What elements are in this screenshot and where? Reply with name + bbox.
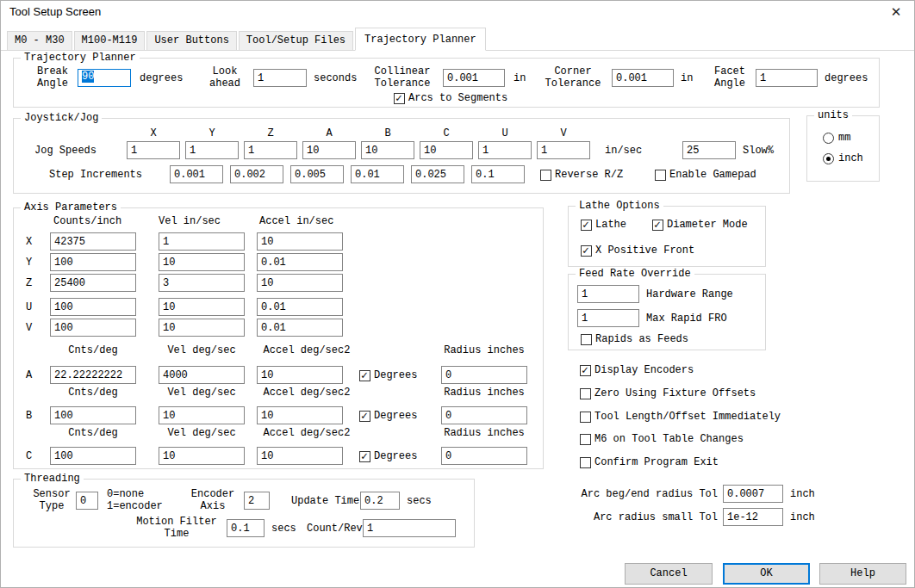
motion-filter-time-input[interactable] bbox=[227, 519, 265, 537]
jog-speed-z-input[interactable] bbox=[244, 141, 297, 159]
jog-speed-y-input[interactable] bbox=[185, 141, 239, 159]
look-ahead-unit: seconds bbox=[314, 72, 357, 84]
reverse-rz-checkbox[interactable]: Reverse R/Z bbox=[540, 169, 623, 181]
u-vel-input[interactable] bbox=[159, 298, 245, 316]
jog-speed-x-input[interactable] bbox=[127, 141, 180, 159]
step-increment-4-input[interactable] bbox=[351, 165, 404, 183]
radio-icon bbox=[823, 153, 834, 164]
tab-m0-m30[interactable]: M0 - M30 bbox=[7, 31, 72, 51]
help-button[interactable]: Help bbox=[819, 563, 906, 585]
v-accel-input[interactable] bbox=[257, 319, 343, 337]
a-cnts-input[interactable] bbox=[50, 366, 136, 384]
axis-b-label: B bbox=[26, 410, 32, 422]
count-rev-input[interactable] bbox=[363, 519, 456, 537]
look-ahead-input[interactable] bbox=[253, 69, 307, 87]
tab-m100-m119[interactable]: M100-M119 bbox=[74, 31, 146, 51]
accel-degsec2-header: Accel deg/sec2 bbox=[257, 387, 357, 399]
display-encoders-checkbox[interactable]: Display Encoders bbox=[580, 364, 694, 376]
encoder-axis-input[interactable] bbox=[244, 492, 270, 510]
units-mm-radio[interactable]: mm bbox=[823, 132, 850, 144]
y-accel-input[interactable] bbox=[257, 253, 343, 271]
break-angle-input[interactable]: 90 bbox=[78, 69, 131, 87]
z-vel-input[interactable] bbox=[159, 274, 245, 292]
b-cnts-input[interactable] bbox=[50, 406, 136, 424]
step-increment-3-input[interactable] bbox=[290, 165, 344, 183]
lathe-options-group: Lathe Options Lathe Diameter Mode X Posi… bbox=[568, 206, 766, 267]
jog-speed-b-input[interactable] bbox=[361, 141, 414, 159]
arcs-to-segments-checkbox[interactable]: Arcs to Segments bbox=[394, 92, 507, 104]
b-accel-input[interactable] bbox=[257, 406, 343, 424]
step-increment-2-input[interactable] bbox=[230, 165, 283, 183]
corner-tolerance-label: Corner Tolerance bbox=[539, 65, 607, 90]
step-increment-1-input[interactable] bbox=[170, 165, 223, 183]
collinear-tolerance-input[interactable] bbox=[443, 69, 505, 87]
confirm-program-exit-checkbox[interactable]: Confirm Program Exit bbox=[580, 456, 719, 468]
c-cnts-input[interactable] bbox=[50, 447, 136, 465]
arc-radius-small-tol-input[interactable] bbox=[723, 508, 783, 526]
x-positive-front-checkbox[interactable]: X Positive Front bbox=[581, 244, 694, 257]
a-accel-input[interactable] bbox=[257, 366, 343, 384]
tab-user-buttons[interactable]: User Buttons bbox=[146, 31, 236, 51]
arc-beg-end-radius-tol-input[interactable] bbox=[723, 485, 783, 503]
b-radius-input[interactable] bbox=[441, 406, 527, 424]
z-accel-input[interactable] bbox=[257, 274, 343, 292]
m6-on-tool-table-changes-checkbox[interactable]: M6 on Tool Table Changes bbox=[580, 433, 744, 445]
sensor-type-input[interactable] bbox=[76, 492, 98, 510]
break-angle-label: Break Angle bbox=[31, 65, 74, 90]
y-vel-input[interactable] bbox=[159, 253, 245, 271]
group-title: Axis Parameters bbox=[21, 201, 121, 214]
step-increment-6-input[interactable] bbox=[471, 165, 525, 183]
v-counts-input[interactable] bbox=[50, 319, 136, 337]
checkbox-label: Display Encoders bbox=[594, 364, 694, 376]
max-rapid-fro-input[interactable] bbox=[577, 309, 639, 327]
corner-tolerance-input[interactable] bbox=[612, 69, 674, 87]
lathe-checkbox[interactable]: Lathe bbox=[581, 219, 626, 231]
y-counts-input[interactable] bbox=[50, 253, 136, 271]
hardware-range-input[interactable] bbox=[577, 285, 639, 303]
x-counts-input[interactable] bbox=[50, 232, 136, 251]
u-accel-input[interactable] bbox=[257, 298, 343, 316]
zero-using-fixture-offsets-checkbox[interactable]: Zero Using Fixture Offsets bbox=[580, 387, 756, 399]
tab-strip: M0 - M30 M100-M119 User Buttons Tool/Set… bbox=[1, 28, 914, 51]
update-time-input[interactable] bbox=[360, 492, 400, 510]
z-counts-input[interactable] bbox=[50, 274, 136, 292]
a-radius-input[interactable] bbox=[441, 366, 527, 384]
slow-percent-input[interactable] bbox=[682, 141, 736, 159]
checkbox-icon bbox=[394, 93, 405, 104]
sensor-type-label: Sensor Type bbox=[29, 488, 74, 512]
c-vel-input[interactable] bbox=[159, 447, 245, 465]
radio-label: inch bbox=[838, 152, 863, 164]
diameter-mode-checkbox[interactable]: Diameter Mode bbox=[652, 219, 748, 231]
b-vel-input[interactable] bbox=[159, 406, 245, 424]
b-degrees-checkbox[interactable]: Degrees bbox=[359, 410, 417, 422]
ok-button[interactable]: OK bbox=[723, 563, 810, 585]
tab-trajectory-planner[interactable]: Trajectory Planner bbox=[355, 28, 486, 51]
x-accel-input[interactable] bbox=[257, 232, 343, 251]
enable-gamepad-checkbox[interactable]: Enable Gamepad bbox=[655, 169, 756, 181]
c-accel-input[interactable] bbox=[257, 447, 343, 465]
facet-angle-input[interactable] bbox=[756, 69, 818, 87]
a-vel-input[interactable] bbox=[159, 366, 245, 384]
facet-angle-label: Facet Angle bbox=[708, 65, 751, 90]
cancel-button[interactable]: Cancel bbox=[625, 563, 713, 585]
x-vel-input[interactable] bbox=[159, 232, 245, 251]
corner-tolerance-unit: in bbox=[681, 72, 693, 84]
a-degrees-checkbox[interactable]: Degrees bbox=[359, 369, 417, 381]
sensor-type-note: 0=none1=encoder bbox=[107, 488, 163, 512]
u-counts-input[interactable] bbox=[50, 298, 136, 316]
jog-speed-a-input[interactable] bbox=[302, 141, 356, 159]
jog-speed-v-input[interactable] bbox=[537, 141, 590, 159]
jog-speed-c-input[interactable] bbox=[420, 141, 473, 159]
axis-header-x: X bbox=[127, 127, 180, 139]
c-degrees-checkbox[interactable]: Degrees bbox=[359, 450, 417, 462]
tool-length-offset-immediately-checkbox[interactable]: Tool Length/Offset Immediately bbox=[580, 411, 781, 423]
tab-tool-setup-files[interactable]: Tool/Setup Files bbox=[239, 31, 353, 51]
step-increment-5-input[interactable] bbox=[411, 165, 464, 183]
jog-speed-u-input[interactable] bbox=[478, 141, 532, 159]
units-inch-radio[interactable]: inch bbox=[823, 152, 863, 164]
c-radius-input[interactable] bbox=[441, 447, 527, 465]
v-vel-input[interactable] bbox=[159, 319, 245, 337]
close-button[interactable]: ✕ bbox=[887, 3, 906, 22]
rapids-as-feeds-checkbox[interactable]: Rapids as Feeds bbox=[581, 333, 688, 345]
counts-inch-header: Counts/inch bbox=[53, 215, 121, 227]
